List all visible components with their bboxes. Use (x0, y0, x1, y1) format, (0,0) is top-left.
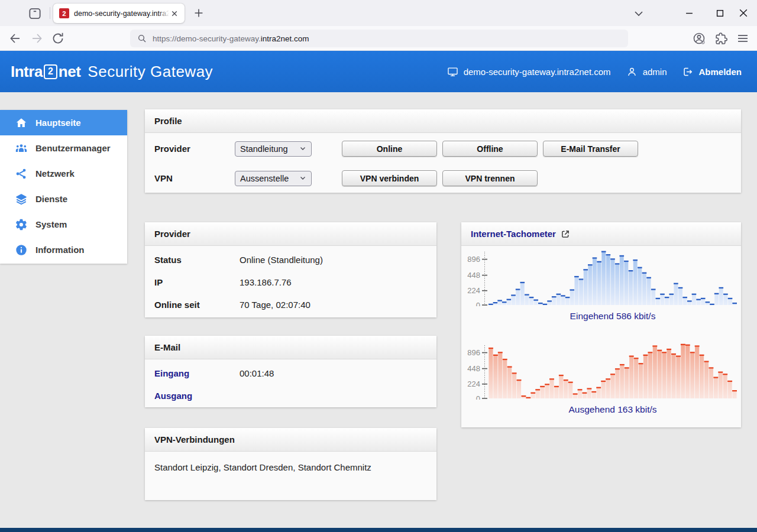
y-axis-eingehend: 8964482240 (465, 249, 489, 306)
browser-tab[interactable]: 2 demo-security-gateway.intra2ne (53, 4, 185, 23)
svg-text:0: 0 (476, 394, 480, 400)
vpn-connections-list: Standort Leipzig, Standort Dresden, Stan… (154, 462, 371, 472)
vpn-connect-button[interactable]: VPN verbinden (342, 170, 437, 186)
vpn-panel-title: VPN-Verbindungen (145, 428, 436, 452)
sidebar-item-label: System (35, 219, 67, 229)
y-axis-ausgehend: 8964482240 (465, 343, 489, 400)
svg-text:448: 448 (467, 271, 480, 280)
back-icon[interactable] (8, 31, 22, 46)
page-content: Hauptseite Benutzermanager Netzwerk Dien… (0, 92, 757, 528)
sidebar-item-label: Netzwerk (35, 168, 75, 179)
sidebar-item-hauptseite[interactable]: Hauptseite (0, 110, 127, 135)
tab-separator (50, 7, 50, 19)
provider-status-panel: Provider Status Online (Standleitung) IP… (145, 222, 436, 317)
ausgang-link[interactable]: Ausgang (154, 385, 192, 407)
svg-text:0: 0 (476, 301, 480, 307)
online-button[interactable]: Online (342, 141, 437, 157)
logout-icon (682, 66, 693, 77)
url-text: https://demo-security-gateway.intra2net.… (153, 34, 309, 43)
vpn-disconnect-button[interactable]: VPN trennen (442, 170, 538, 186)
ip-row: IP 193.186.7.76 (145, 271, 436, 294)
user-display[interactable]: admin (626, 66, 667, 77)
email-panel-title: E-Mail (145, 336, 436, 359)
bottom-bar (0, 528, 757, 532)
chevron-down-icon (299, 144, 306, 154)
vpn-select[interactable]: Aussenstelle (235, 171, 312, 186)
profile-provider-row: Provider Standleitung Online Offline E-M… (145, 141, 741, 157)
vpn-row-label: VPN (154, 170, 173, 186)
svg-text:224: 224 (467, 379, 480, 388)
tab-favicon: 2 (59, 8, 69, 18)
sidebar-item-netzwerk[interactable]: Netzwerk (0, 161, 127, 186)
email-transfer-button[interactable]: E-Mail Transfer (543, 141, 638, 157)
ip-label: IP (154, 271, 163, 294)
svg-text:224: 224 (467, 286, 480, 295)
sidebar-item-benutzermanager[interactable]: Benutzermanager (0, 135, 127, 161)
eingang-value: 00:01:48 (240, 362, 274, 385)
provider-row-label: Provider (154, 141, 190, 157)
firefox-view-icon[interactable] (27, 6, 43, 20)
online-since-row: Online seit 70 Tage, 02:07:40 (145, 294, 436, 316)
gear-icon (15, 218, 28, 231)
profile-vpn-row: VPN Aussenstelle VPN verbinden VPN trenn… (145, 170, 741, 186)
logo-text-net: net (59, 63, 81, 81)
provider-select[interactable]: Standleitung (235, 141, 312, 157)
app-header: Intra2net Security Gateway demo-security… (0, 51, 757, 92)
window-close-button[interactable] (730, 0, 757, 26)
vpn-select-value: Aussenstelle (240, 174, 289, 183)
hostname-text: demo-security-gateway.intra2net.com (464, 67, 611, 77)
layers-icon (15, 193, 28, 206)
tachometer-panel: Internet-Tachometer 8964482240 Eingehend… (461, 222, 741, 427)
vpn-connections-panel: VPN-Verbindungen Standort Leipzig, Stand… (145, 428, 436, 500)
chart-caption-ausgehend: Ausgehend 163 kbit/s (489, 404, 737, 415)
email-eingang-row: Eingang 00:01:48 (145, 362, 436, 385)
sidebar-item-dienste[interactable]: Dienste (0, 186, 127, 212)
hostname-display: demo-security-gateway.intra2net.com (447, 66, 611, 77)
forward-icon[interactable] (30, 31, 44, 46)
chart-eingehend: 8964482240 Eingehend 586 kbit/s (465, 249, 737, 322)
tachometer-title-link[interactable]: Internet-Tachometer (471, 229, 556, 239)
logo-product-name: Security Gateway (88, 63, 213, 81)
home-icon (15, 116, 28, 129)
svg-text:896: 896 (467, 255, 480, 264)
provider-select-value: Standleitung (240, 144, 288, 154)
external-link-icon[interactable] (561, 229, 570, 239)
tab-close-icon[interactable] (169, 8, 180, 19)
logout-button[interactable]: Abmelden (682, 66, 742, 77)
users-icon (15, 142, 28, 155)
reload-icon[interactable] (51, 31, 65, 46)
extensions-puzzle-icon[interactable] (714, 31, 728, 46)
svg-text:448: 448 (467, 364, 480, 373)
chart-caption-eingehend: Eingehend 586 kbit/s (489, 311, 737, 322)
sidebar-item-system[interactable]: System (0, 212, 127, 237)
menu-hamburger-icon[interactable] (736, 31, 750, 46)
user-icon (626, 66, 638, 77)
tab-list-chevron-icon[interactable] (632, 7, 646, 20)
search-icon (137, 34, 147, 43)
window-minimize-button[interactable] (675, 0, 703, 26)
profile-panel-title: Profile (145, 109, 741, 133)
info-icon (15, 244, 28, 257)
svg-text:896: 896 (467, 348, 480, 357)
sidebar-item-label: Dienste (35, 194, 67, 204)
eingang-link[interactable]: Eingang (154, 362, 189, 385)
email-ausgang-row: Ausgang (145, 385, 436, 407)
username-text: admin (643, 67, 667, 77)
chart-ausgehend: 8964482240 Ausgehend 163 kbit/s (465, 343, 737, 415)
network-share-icon (15, 167, 28, 180)
url-bar[interactable]: https://demo-security-gateway.intra2net.… (130, 30, 628, 47)
logo-text-intra: Intra (11, 63, 43, 81)
sidebar-nav: Hauptseite Benutzermanager Netzwerk Dien… (0, 110, 127, 264)
email-panel: E-Mail Eingang 00:01:48 Ausgang (145, 336, 436, 407)
offline-button[interactable]: Offline (442, 141, 538, 157)
sidebar-item-information[interactable]: Information (0, 237, 127, 262)
new-tab-icon[interactable] (192, 7, 205, 20)
account-icon[interactable] (692, 31, 706, 46)
sidebar-item-label: Information (35, 245, 85, 255)
sidebar-item-label: Hauptseite (35, 118, 81, 128)
status-row: Status Online (Standleitung) (145, 249, 436, 271)
provider-panel-title: Provider (145, 222, 436, 246)
browser-toolbar: https://demo-security-gateway.intra2net.… (0, 26, 757, 51)
browser-tab-strip: 2 demo-security-gateway.intra2ne (0, 0, 757, 26)
monitor-icon (447, 66, 458, 77)
